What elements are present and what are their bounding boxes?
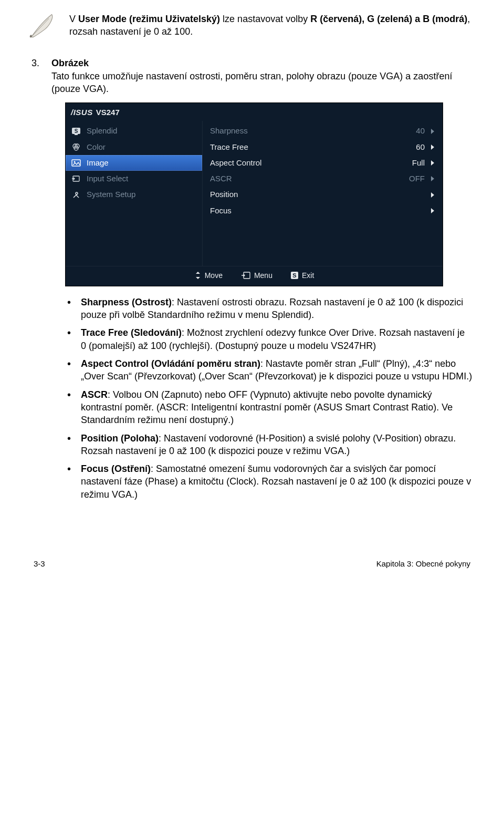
updown-arrows-icon — [194, 271, 202, 280]
page-footer: 3-3 Kapitola 3: Obecné pokyny — [32, 559, 472, 569]
chapter-label: Kapitola 3: Obecné pokyny — [376, 559, 470, 569]
setting-trace-free[interactable]: Trace Free 60 — [206, 139, 437, 155]
footer-label: Exit — [302, 271, 314, 281]
input-icon — [71, 174, 81, 183]
menu-item-system-setup[interactable]: System Setup — [66, 187, 202, 202]
chevron-right-icon — [431, 208, 434, 213]
chevron-right-icon — [431, 129, 434, 134]
page-number: 3-3 — [34, 559, 45, 569]
setting-position[interactable]: Position — [206, 187, 437, 202]
setting-label: Focus — [210, 205, 397, 216]
setting-label: ASCR — [210, 173, 397, 184]
menu-label: Input Select — [87, 173, 128, 184]
tools-icon — [71, 190, 81, 200]
svg-rect-2 — [75, 134, 78, 135]
setting-focus[interactable]: Focus — [206, 203, 437, 219]
menu-label: Image — [87, 158, 109, 168]
setting-label: Sharpness — [210, 126, 397, 136]
section-title: Obrázek — [51, 57, 472, 69]
image-icon — [71, 158, 81, 168]
bullet-bold: Position (Poloha) — [81, 433, 159, 444]
list-item: Position (Poloha): Nastavení vodorovné (… — [65, 432, 472, 458]
bullet-bold: Aspect Control (Ovládání poměru stran) — [81, 358, 260, 369]
setting-value: 60 — [402, 142, 427, 152]
menu-item-input-select[interactable]: Input Select — [66, 171, 202, 187]
bullet-list: Sharpness (Ostrost): Nastavení ostrosti … — [32, 296, 472, 501]
section-text: Tato funkce umožňuje nastavení ostrosti,… — [51, 70, 472, 96]
menu-item-image[interactable]: Image — [66, 155, 202, 171]
section-3: 3. Obrázek Tato funkce umožňuje nastaven… — [32, 57, 472, 95]
bullet-bold: Focus (Ostření) — [81, 464, 151, 474]
footer-label: Menu — [254, 271, 272, 281]
chevron-right-icon — [431, 160, 434, 166]
chevron-right-icon — [431, 176, 434, 181]
chevron-right-icon — [431, 145, 434, 150]
list-item: Trace Free (Sledování): Možnost zrychlen… — [65, 326, 472, 352]
menu-item-color[interactable]: Color — [66, 139, 202, 155]
bullet-bold: ASCR — [81, 389, 108, 400]
model-label: VS247 — [96, 107, 120, 118]
chevron-right-icon — [431, 192, 434, 198]
svg-text:S: S — [292, 272, 296, 279]
note-text: V User Mode (režimu Uživatelský) lze nas… — [69, 11, 472, 38]
s-box-icon: S — [290, 271, 299, 280]
osd-header: /ISUS VS247 — [66, 103, 443, 121]
menu-enter-icon — [240, 271, 251, 280]
footer-label: Move — [205, 271, 223, 281]
note-prefix: V — [69, 14, 78, 24]
note-bold2: R (červená), G (zelená) a B (modrá) — [310, 14, 467, 24]
menu-label: System Setup — [87, 189, 135, 200]
list-item: Aspect Control (Ovládání poměru stran): … — [65, 357, 472, 383]
list-item: Sharpness (Ostrost): Nastavení ostrosti … — [65, 296, 472, 322]
svg-point-7 — [74, 161, 76, 163]
menu-label: Splendid — [87, 126, 117, 136]
setting-value: 40 — [402, 126, 427, 136]
note-block: V User Mode (režimu Uživatelský) lze nas… — [26, 11, 472, 45]
setting-value: OFF — [402, 173, 427, 184]
rgb-icon — [71, 142, 81, 152]
list-item: Focus (Ostření): Samostatné omezení šumu… — [65, 462, 472, 501]
svg-text:S: S — [75, 128, 78, 134]
bullet-bold: Trace Free (Sledování) — [81, 327, 182, 338]
osd-left-menu: S Splendid Color Image — [66, 121, 202, 266]
menu-label: Color — [87, 142, 106, 152]
setting-sharpness[interactable]: Sharpness 40 — [206, 123, 437, 139]
setting-label: Trace Free — [210, 142, 397, 152]
list-item: ASCR: Volbou ON (Zapnuto) nebo OFF (Vypn… — [65, 388, 472, 427]
note-bold1: User Mode (režimu Uživatelský) — [78, 14, 220, 24]
bullet-bold: Sharpness (Ostrost) — [81, 297, 172, 307]
menu-item-splendid[interactable]: S Splendid — [66, 123, 202, 139]
setting-ascr[interactable]: ASCR OFF — [206, 171, 437, 187]
bullet-text: : Volbou ON (Zapnuto) nebo OFF (Vypnuto)… — [81, 389, 453, 426]
footer-exit: S Exit — [290, 271, 314, 281]
note-mid: lze nastavovat volby — [220, 14, 310, 24]
brand-logo: /ISUS — [71, 107, 93, 118]
setting-label: Position — [210, 189, 397, 200]
setting-label: Aspect Control — [210, 158, 397, 168]
feather-icon — [26, 11, 58, 45]
s-box-icon: S — [71, 127, 81, 136]
osd-panel: /ISUS VS247 S Splendid Color — [65, 102, 443, 286]
osd-footer: Move Menu S Exit — [66, 266, 443, 286]
setting-aspect-control[interactable]: Aspect Control Full — [206, 155, 437, 171]
section-number: 3. — [32, 57, 42, 95]
osd-right-settings: Sharpness 40 Trace Free 60 Aspect Contro… — [202, 121, 443, 266]
footer-menu: Menu — [240, 271, 272, 281]
setting-value: Full — [402, 158, 427, 168]
footer-move: Move — [194, 271, 223, 281]
